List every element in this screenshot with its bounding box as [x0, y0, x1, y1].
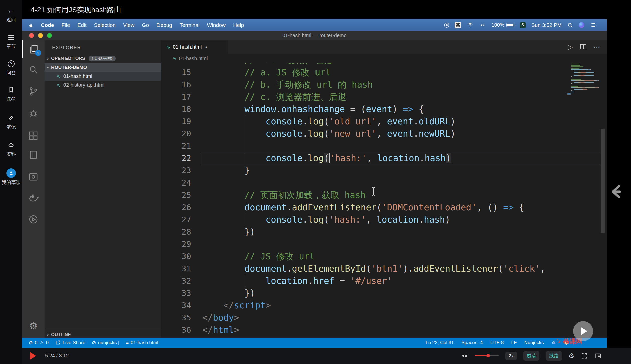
play-button[interactable]: [30, 352, 36, 360]
sidebar-item-pencil[interactable]: 笔记: [0, 114, 22, 130]
code-line-17[interactable]: 17 // c. 浏览器前进、后退: [161, 91, 607, 103]
explorer-activity-icon[interactable]: 1: [22, 40, 45, 58]
code-line-36[interactable]: 36</html>: [161, 324, 607, 336]
apple-logo-icon[interactable]: [29, 22, 33, 28]
spotlight-search-icon[interactable]: [567, 22, 573, 28]
zoom-window-button[interactable]: [47, 33, 52, 38]
minimap[interactable]: [567, 64, 599, 338]
shottr-menu-icon[interactable]: S: [520, 22, 526, 28]
code-line-14[interactable]: 14 // hash 变化, 包括: [161, 63, 607, 66]
debug-activity-icon[interactable]: [22, 104, 45, 122]
folder-router-demo[interactable]: › ROUTER-DEMO: [45, 63, 161, 72]
code-line-30[interactable]: 30 // JS 修改 url: [161, 250, 607, 263]
language-mode-indicator[interactable]: Nunjucks: [524, 340, 544, 345]
menu-code[interactable]: Code: [41, 22, 54, 28]
screen-record-icon[interactable]: [444, 23, 449, 28]
extension-run-circle-icon[interactable]: [22, 211, 45, 228]
breadcrumb[interactable]: ∿ 01-hash.html: [161, 54, 607, 63]
input-method-badge[interactable]: 英: [455, 22, 461, 28]
menu-go[interactable]: Go: [142, 22, 149, 28]
volume-icon[interactable]: [479, 22, 486, 28]
encoding-indicator[interactable]: UTF-8: [490, 340, 504, 345]
code-line-22[interactable]: 22 console.log('hash:', location.hash): [161, 152, 607, 164]
volume-slider[interactable]: [475, 355, 499, 356]
file-item-01-hash.html[interactable]: ∿01-hash.html: [45, 72, 161, 81]
notifications-bell-icon[interactable]: [564, 340, 569, 345]
wifi-icon[interactable]: [467, 22, 474, 28]
control-list-icon[interactable]: [590, 22, 596, 28]
close-window-button[interactable]: [29, 33, 34, 38]
code-line-34[interactable]: 34 </script>: [161, 299, 607, 312]
code-line-18[interactable]: 18 window.onhashchange = (event) => {: [161, 103, 607, 115]
quality-button[interactable]: 超清: [523, 351, 539, 361]
code-line-28[interactable]: 28 }): [161, 226, 607, 238]
menubar-clock[interactable]: Sun 3:52 PM: [531, 22, 562, 28]
code-line-27[interactable]: 27 console.log('hash:', location.hash): [161, 214, 607, 226]
extension-book-icon[interactable]: [22, 146, 45, 164]
menu-file[interactable]: File: [62, 22, 70, 28]
statusbar-file-indicator[interactable]: ≡ 01-hash.html: [126, 340, 159, 346]
more-actions-button[interactable]: ⋯: [594, 43, 600, 51]
template-engine-indicator[interactable]: ⊘ nunjucks |: [92, 340, 119, 346]
player-settings-gear-icon[interactable]: ⚙: [568, 352, 574, 360]
cursor-position-indicator[interactable]: Ln 22, Col 31: [426, 340, 454, 345]
menu-terminal[interactable]: Terminal: [180, 22, 199, 28]
code-line-23[interactable]: 23 }: [161, 164, 607, 177]
code-editor[interactable]: 14 // hash 变化, 包括15 // a. JS 修改 url16 //…: [161, 63, 607, 338]
sidebar-item-back[interactable]: ←返回: [0, 7, 22, 23]
siri-icon[interactable]: [579, 22, 584, 28]
file-item-02-history-api.html[interactable]: ∿02-history-api.html: [45, 81, 161, 89]
indentation-indicator[interactable]: Spaces: 4: [461, 340, 483, 345]
code-line-33[interactable]: 33 }): [161, 287, 607, 299]
extension-preview-icon[interactable]: [22, 168, 45, 186]
split-editor-button[interactable]: [580, 43, 586, 51]
menu-edit[interactable]: Edit: [77, 22, 86, 28]
code-line-35[interactable]: 35</body>: [161, 312, 607, 324]
tab-01-hash[interactable]: ∿ 01-hash.html ●: [161, 40, 228, 54]
video-overlay-play-button[interactable]: [573, 321, 593, 341]
line-number: 14: [161, 63, 191, 66]
feedback-smiley-icon[interactable]: ☺: [551, 340, 556, 346]
code-line-15[interactable]: 15 // a. JS 修改 url: [161, 66, 607, 79]
pip-button[interactable]: [594, 352, 601, 359]
minimize-window-button[interactable]: [38, 33, 43, 38]
code-line-19[interactable]: 19 console.log('old url', event.oldURL): [161, 115, 607, 128]
volume-button[interactable]: [461, 352, 468, 359]
menu-window[interactable]: Window: [207, 22, 226, 28]
settings-gear-icon[interactable]: ⚙: [22, 317, 45, 335]
prev-section-arrow[interactable]: [610, 184, 627, 199]
editor-scrollbar[interactable]: [601, 129, 605, 233]
code-line-26[interactable]: 26 document.addEventListener('DOMContent…: [161, 201, 607, 214]
code-line-25[interactable]: 25 // 页面初次加载，获取 hash: [161, 189, 607, 201]
code-line-31[interactable]: 31 document.getElementById('btn1').addEv…: [161, 263, 607, 275]
code-line-20[interactable]: 20 console.log('new url', event.newURL): [161, 128, 607, 140]
menu-selection[interactable]: Selection: [94, 22, 116, 28]
speed-button[interactable]: 2x: [505, 352, 517, 360]
code-line-29[interactable]: 29: [161, 238, 607, 250]
sidebar-item-question[interactable]: ?问答: [0, 60, 22, 76]
open-editors-section[interactable]: › OPEN EDITORS 1 UNSAVED: [45, 54, 161, 63]
code-line-32[interactable]: 32 location.href = '#/user': [161, 275, 607, 287]
extension-docker-icon[interactable]: [22, 189, 45, 206]
live-share-button[interactable]: Live Share: [55, 340, 85, 345]
run-open-button[interactable]: ▷: [568, 43, 573, 51]
code-line-16[interactable]: 16 // b. 手动修改 url 的 hash: [161, 79, 607, 91]
sidebar-item-cloud[interactable]: 资料: [0, 141, 22, 157]
source-control-activity-icon[interactable]: [22, 83, 45, 100]
sidebar-item-bookmark[interactable]: 课签: [0, 86, 22, 102]
eol-indicator[interactable]: LF: [511, 340, 517, 345]
menu-debug[interactable]: Debug: [156, 22, 172, 28]
problems-indicator[interactable]: ⊘ 0 ⚠ 0: [29, 340, 49, 346]
fullscreen-button[interactable]: [581, 352, 588, 359]
menu-help[interactable]: Help: [233, 22, 244, 28]
sidebar-item-avatar[interactable]: 我的慕课: [0, 169, 22, 186]
code-line-24[interactable]: 24: [161, 177, 607, 189]
extensions-activity-icon[interactable]: [22, 127, 45, 144]
menu-view[interactable]: View: [123, 22, 134, 28]
modified-dot-icon[interactable]: ●: [205, 45, 207, 49]
search-activity-icon[interactable]: [22, 61, 45, 78]
sidebar-item-menu[interactable]: 章节: [0, 33, 22, 50]
route-button[interactable]: 线路: [546, 351, 562, 361]
code-line-21[interactable]: 21: [161, 140, 607, 152]
battery-indicator[interactable]: 100%: [491, 22, 514, 28]
